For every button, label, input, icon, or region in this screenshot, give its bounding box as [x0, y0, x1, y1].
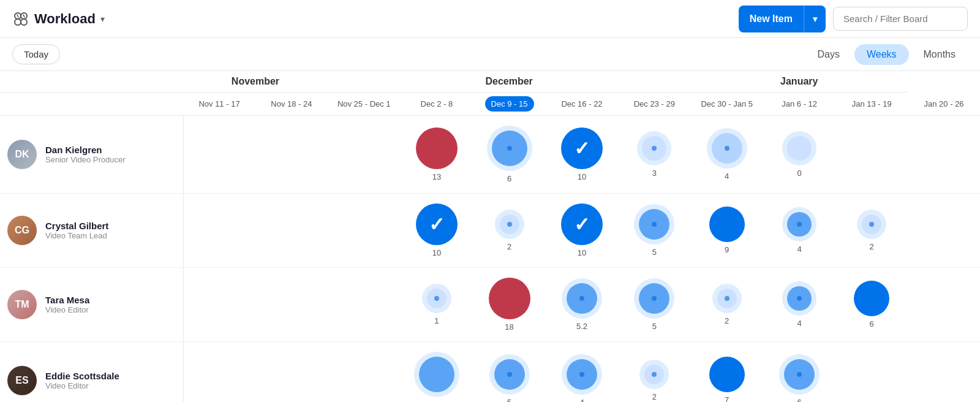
- workload-bubble: [707, 128, 747, 169]
- workload-bubble: [489, 354, 530, 395]
- workload-bubble: [637, 131, 671, 165]
- month-january: January: [690, 71, 908, 93]
- person-details: Crystal Gilbert Video Team Lead: [45, 221, 108, 240]
- bubble-count: 10: [432, 248, 441, 257]
- workload-bubble: [709, 357, 745, 392]
- workload-cell: ✓10: [401, 194, 473, 268]
- header-right: New Item ▾: [739, 6, 968, 32]
- new-item-dropdown-arrow[interactable]: ▾: [804, 8, 826, 30]
- workload-cell: 6: [763, 342, 835, 403]
- bubble-count: 7: [725, 395, 729, 402]
- workload-cell: [328, 342, 401, 403]
- bubble-count: 6: [507, 174, 511, 183]
- chevron-down-icon[interactable]: ▾: [100, 14, 105, 24]
- workload-bubble: [782, 281, 816, 316]
- table-row: CG Crystal Gilbert Video Team Lead ✓102✓…: [0, 194, 980, 268]
- tab-days[interactable]: Days: [805, 44, 851, 65]
- bubble-container: 5.2: [551, 278, 613, 331]
- month-header-row: November December January: [0, 71, 980, 93]
- workload-cell: 1: [401, 268, 473, 342]
- workload-bubble: [416, 127, 458, 169]
- person-role: Video Team Lead: [45, 231, 108, 240]
- table-row: TM Tara Mesa Video Editor 1185.25246: [0, 268, 980, 342]
- calendar-table: November December January Nov 11 - 17 No…: [0, 71, 980, 402]
- person-role: Video Editor: [45, 381, 119, 390]
- workload-bubble: [854, 281, 889, 316]
- bubble-container: 5: [478, 354, 541, 402]
- workload-cell: [908, 116, 980, 194]
- workload-cell: [908, 342, 980, 403]
- person-name: Tara Mesa: [45, 295, 89, 305]
- bubble-container: 9: [695, 207, 758, 254]
- bubble-container: 6: [478, 126, 541, 183]
- workload-cell: [183, 116, 255, 194]
- bubble-count: 2: [652, 392, 657, 401]
- workload-cell: 5: [401, 342, 473, 403]
- table-row: ES Eddie Scottsdale Video Editor 554276: [0, 342, 980, 403]
- workload-bubble: [712, 284, 742, 313]
- workload-bubble: [779, 354, 820, 395]
- bubble-count: 5: [652, 248, 657, 257]
- bubble-count: 5.2: [576, 322, 587, 331]
- bubble-count: 10: [578, 172, 586, 181]
- today-button[interactable]: Today: [12, 44, 60, 64]
- workload-bubble: ✓: [561, 127, 603, 169]
- person-info: CG Crystal Gilbert Video Team Lead: [7, 216, 178, 245]
- bubble-container: 1: [405, 284, 469, 325]
- bubble-container: 2: [840, 210, 903, 251]
- svg-point-2: [15, 19, 21, 25]
- bubble-count: 4: [579, 398, 584, 402]
- bubble-count: 4: [797, 245, 802, 254]
- workload-cell: 4: [690, 116, 763, 194]
- workload-cell: [255, 268, 328, 342]
- person-name: Dan Kielgren: [45, 145, 126, 155]
- workload-cell: [328, 116, 401, 194]
- workload-bubble: [489, 278, 530, 319]
- bubble-count: 2: [507, 242, 511, 251]
- workload-bubble: ✓: [416, 203, 458, 245]
- bubble-container: 7: [695, 357, 758, 402]
- person-info: ES Eddie Scottsdale Video Editor: [7, 366, 178, 395]
- person-role: Senior Video Producer: [45, 155, 126, 164]
- workload-cell: 2: [690, 268, 763, 342]
- bubble-count: 0: [797, 169, 802, 178]
- person-info: DK Dan Kielgren Senior Video Producer: [7, 140, 178, 169]
- workload-cell: [908, 194, 980, 268]
- workload-cell: 5: [618, 268, 690, 342]
- workload-cell: 5: [473, 342, 546, 403]
- workload-cell: 6: [835, 268, 908, 342]
- workload-cell: [255, 342, 328, 403]
- workload-bubble: [634, 204, 674, 245]
- avatar: DK: [7, 140, 37, 169]
- week-jan20: Jan 20 - 26: [908, 93, 980, 116]
- bubble-count: 4: [725, 172, 729, 181]
- bubble-container: 2: [695, 284, 758, 325]
- new-item-button[interactable]: New Item ▾: [739, 6, 826, 32]
- bubble-container: 2: [623, 360, 685, 401]
- person-cell: DK Dan Kielgren Senior Video Producer: [0, 116, 183, 194]
- bubble-container: 2: [478, 210, 541, 251]
- search-input[interactable]: [833, 7, 968, 31]
- person-details: Dan Kielgren Senior Video Producer: [45, 145, 126, 164]
- week-dec2: Dec 2 - 8: [401, 93, 473, 116]
- avatar: CG: [7, 216, 37, 245]
- workload-icon: [12, 10, 29, 28]
- avatar: TM: [7, 290, 37, 319]
- bubble-container: ✓10: [551, 203, 613, 257]
- week-nov11: Nov 11 - 17: [183, 93, 255, 116]
- workload-cell: ✓10: [546, 116, 618, 194]
- svg-line-4: [17, 15, 18, 17]
- bubble-count: 18: [505, 322, 513, 332]
- svg-point-3: [21, 19, 27, 25]
- bubble-container: ✓10: [551, 127, 613, 181]
- tab-weeks[interactable]: Weeks: [854, 44, 909, 65]
- person-details: Tara Mesa Video Editor: [45, 295, 89, 314]
- workload-cell: 0: [763, 116, 835, 194]
- view-tabs: Days Weeks Months: [805, 44, 968, 65]
- week-nov25: Nov 25 - Dec 1: [328, 93, 401, 116]
- workload-cell: ✓10: [546, 194, 618, 268]
- bubble-container: 5: [405, 352, 469, 402]
- tab-months[interactable]: Months: [911, 44, 968, 65]
- month-december: December: [328, 71, 691, 93]
- bubble-count: 1: [434, 316, 439, 325]
